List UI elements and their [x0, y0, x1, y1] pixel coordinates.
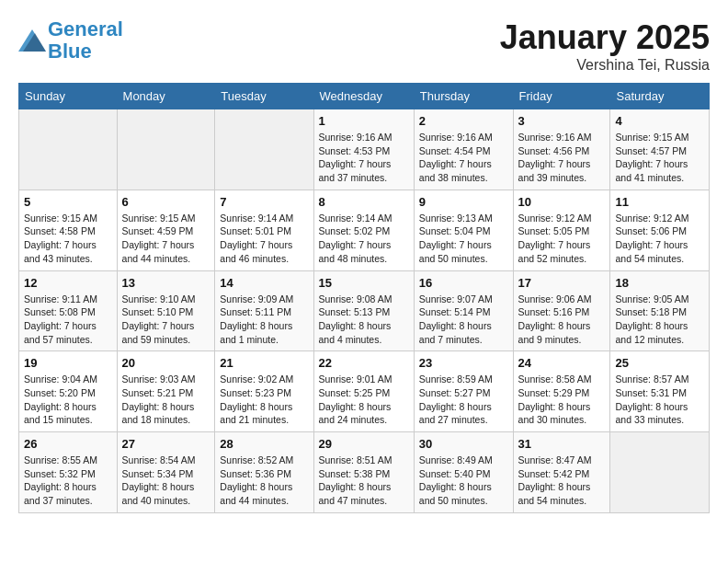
calendar-cell: 26Sunrise: 8:55 AM Sunset: 5:32 PM Dayli… — [19, 432, 118, 513]
day-info: Sunrise: 9:16 AM Sunset: 4:56 PM Dayligh… — [518, 131, 606, 185]
calendar-cell: 22Sunrise: 9:01 AM Sunset: 5:25 PM Dayli… — [313, 351, 414, 432]
weekday-header-wednesday: Wednesday — [313, 84, 414, 109]
day-info: Sunrise: 8:47 AM Sunset: 5:42 PM Dayligh… — [518, 454, 606, 508]
day-info: Sunrise: 9:16 AM Sunset: 4:53 PM Dayligh… — [319, 131, 409, 185]
week-row-2: 5Sunrise: 9:15 AM Sunset: 4:58 PM Daylig… — [19, 190, 710, 270]
calendar-cell: 5Sunrise: 9:15 AM Sunset: 4:58 PM Daylig… — [19, 190, 118, 270]
day-number: 14 — [220, 276, 308, 290]
logo-icon — [18, 29, 46, 52]
title-block: January 2025 Vershina Tei, Russia — [500, 18, 710, 74]
logo-text: General Blue — [48, 18, 123, 63]
calendar-cell: 15Sunrise: 9:08 AM Sunset: 5:13 PM Dayli… — [313, 270, 414, 351]
calendar-cell: 29Sunrise: 8:51 AM Sunset: 5:38 PM Dayli… — [313, 432, 414, 513]
day-number: 3 — [518, 114, 606, 128]
week-row-1: 1Sunrise: 9:16 AM Sunset: 4:53 PM Daylig… — [19, 109, 710, 190]
weekday-header-sunday: Sunday — [19, 84, 118, 109]
day-info: Sunrise: 9:15 AM Sunset: 4:59 PM Dayligh… — [122, 212, 210, 266]
day-number: 8 — [319, 195, 409, 209]
day-info: Sunrise: 9:09 AM Sunset: 5:11 PM Dayligh… — [220, 293, 308, 347]
page-header: General Blue January 2025 Vershina Tei, … — [18, 18, 710, 74]
calendar-cell: 7Sunrise: 9:14 AM Sunset: 5:01 PM Daylig… — [215, 190, 313, 270]
logo: General Blue — [18, 18, 123, 63]
day-info: Sunrise: 8:57 AM Sunset: 5:31 PM Dayligh… — [615, 373, 704, 427]
day-number: 13 — [122, 276, 210, 290]
calendar-cell: 11Sunrise: 9:12 AM Sunset: 5:06 PM Dayli… — [610, 190, 710, 270]
calendar-cell: 1Sunrise: 9:16 AM Sunset: 4:53 PM Daylig… — [313, 109, 414, 190]
day-number: 26 — [24, 437, 112, 451]
day-number: 21 — [220, 356, 308, 370]
calendar-cell: 28Sunrise: 8:52 AM Sunset: 5:36 PM Dayli… — [215, 432, 313, 513]
day-info: Sunrise: 8:55 AM Sunset: 5:32 PM Dayligh… — [24, 454, 112, 508]
calendar-cell — [215, 109, 313, 190]
day-info: Sunrise: 9:08 AM Sunset: 5:13 PM Dayligh… — [319, 293, 409, 347]
day-info: Sunrise: 8:49 AM Sunset: 5:40 PM Dayligh… — [419, 454, 508, 508]
calendar-cell: 25Sunrise: 8:57 AM Sunset: 5:31 PM Dayli… — [610, 351, 710, 432]
day-number: 7 — [220, 195, 308, 209]
weekday-header-thursday: Thursday — [414, 84, 513, 109]
calendar-cell: 30Sunrise: 8:49 AM Sunset: 5:40 PM Dayli… — [414, 432, 513, 513]
calendar-cell: 6Sunrise: 9:15 AM Sunset: 4:59 PM Daylig… — [117, 190, 215, 270]
day-info: Sunrise: 9:10 AM Sunset: 5:10 PM Dayligh… — [122, 293, 210, 347]
calendar-cell — [19, 109, 118, 190]
calendar-cell: 18Sunrise: 9:05 AM Sunset: 5:18 PM Dayli… — [610, 270, 710, 351]
calendar-cell: 12Sunrise: 9:11 AM Sunset: 5:08 PM Dayli… — [19, 270, 118, 351]
day-info: Sunrise: 9:16 AM Sunset: 4:54 PM Dayligh… — [419, 131, 508, 185]
day-number: 15 — [319, 276, 409, 290]
day-number: 9 — [419, 195, 508, 209]
day-info: Sunrise: 9:01 AM Sunset: 5:25 PM Dayligh… — [319, 373, 409, 427]
weekday-header-row: SundayMondayTuesdayWednesdayThursdayFrid… — [19, 84, 710, 109]
calendar-cell: 9Sunrise: 9:13 AM Sunset: 5:04 PM Daylig… — [414, 190, 513, 270]
day-number: 28 — [220, 437, 308, 451]
calendar-cell: 2Sunrise: 9:16 AM Sunset: 4:54 PM Daylig… — [414, 109, 513, 190]
day-number: 18 — [615, 276, 704, 290]
day-number: 22 — [319, 356, 409, 370]
calendar-cell: 13Sunrise: 9:10 AM Sunset: 5:10 PM Dayli… — [117, 270, 215, 351]
day-number: 16 — [419, 276, 508, 290]
day-info: Sunrise: 9:13 AM Sunset: 5:04 PM Dayligh… — [419, 212, 508, 266]
day-info: Sunrise: 9:14 AM Sunset: 5:01 PM Dayligh… — [220, 212, 308, 266]
day-info: Sunrise: 8:58 AM Sunset: 5:29 PM Dayligh… — [518, 373, 606, 427]
calendar-cell — [117, 109, 215, 190]
week-row-4: 19Sunrise: 9:04 AM Sunset: 5:20 PM Dayli… — [19, 351, 710, 432]
calendar-cell: 21Sunrise: 9:02 AM Sunset: 5:23 PM Dayli… — [215, 351, 313, 432]
calendar-cell: 14Sunrise: 9:09 AM Sunset: 5:11 PM Dayli… — [215, 270, 313, 351]
weekday-header-saturday: Saturday — [610, 84, 710, 109]
calendar-cell — [610, 432, 710, 513]
day-number: 30 — [419, 437, 508, 451]
day-number: 20 — [122, 356, 210, 370]
day-number: 1 — [319, 114, 409, 128]
calendar-cell: 17Sunrise: 9:06 AM Sunset: 5:16 PM Dayli… — [513, 270, 610, 351]
calendar-cell: 16Sunrise: 9:07 AM Sunset: 5:14 PM Dayli… — [414, 270, 513, 351]
day-info: Sunrise: 9:07 AM Sunset: 5:14 PM Dayligh… — [419, 293, 508, 347]
calendar-cell: 4Sunrise: 9:15 AM Sunset: 4:57 PM Daylig… — [610, 109, 710, 190]
day-number: 23 — [419, 356, 508, 370]
calendar-cell: 10Sunrise: 9:12 AM Sunset: 5:05 PM Dayli… — [513, 190, 610, 270]
day-number: 11 — [615, 195, 704, 209]
day-info: Sunrise: 9:12 AM Sunset: 5:05 PM Dayligh… — [518, 212, 606, 266]
day-number: 24 — [518, 356, 606, 370]
day-number: 10 — [518, 195, 606, 209]
day-info: Sunrise: 9:15 AM Sunset: 4:58 PM Dayligh… — [24, 212, 112, 266]
calendar-cell: 31Sunrise: 8:47 AM Sunset: 5:42 PM Dayli… — [513, 432, 610, 513]
day-info: Sunrise: 9:15 AM Sunset: 4:57 PM Dayligh… — [615, 131, 704, 185]
day-number: 12 — [24, 276, 112, 290]
day-info: Sunrise: 8:51 AM Sunset: 5:38 PM Dayligh… — [319, 454, 409, 508]
day-info: Sunrise: 9:03 AM Sunset: 5:21 PM Dayligh… — [122, 373, 210, 427]
day-info: Sunrise: 9:04 AM Sunset: 5:20 PM Dayligh… — [24, 373, 112, 427]
weekday-header-friday: Friday — [513, 84, 610, 109]
weekday-header-monday: Monday — [117, 84, 215, 109]
day-number: 17 — [518, 276, 606, 290]
calendar-cell: 20Sunrise: 9:03 AM Sunset: 5:21 PM Dayli… — [117, 351, 215, 432]
calendar-cell: 23Sunrise: 8:59 AM Sunset: 5:27 PM Dayli… — [414, 351, 513, 432]
day-info: Sunrise: 9:02 AM Sunset: 5:23 PM Dayligh… — [220, 373, 308, 427]
calendar-table: SundayMondayTuesdayWednesdayThursdayFrid… — [18, 83, 710, 513]
day-info: Sunrise: 9:05 AM Sunset: 5:18 PM Dayligh… — [615, 293, 704, 347]
calendar-body: 1Sunrise: 9:16 AM Sunset: 4:53 PM Daylig… — [19, 109, 710, 513]
calendar-cell: 19Sunrise: 9:04 AM Sunset: 5:20 PM Dayli… — [19, 351, 118, 432]
day-info: Sunrise: 9:14 AM Sunset: 5:02 PM Dayligh… — [319, 212, 409, 266]
day-number: 5 — [24, 195, 112, 209]
location: Vershina Tei, Russia — [500, 57, 710, 74]
week-row-3: 12Sunrise: 9:11 AM Sunset: 5:08 PM Dayli… — [19, 270, 710, 351]
day-number: 6 — [122, 195, 210, 209]
day-info: Sunrise: 8:52 AM Sunset: 5:36 PM Dayligh… — [220, 454, 308, 508]
